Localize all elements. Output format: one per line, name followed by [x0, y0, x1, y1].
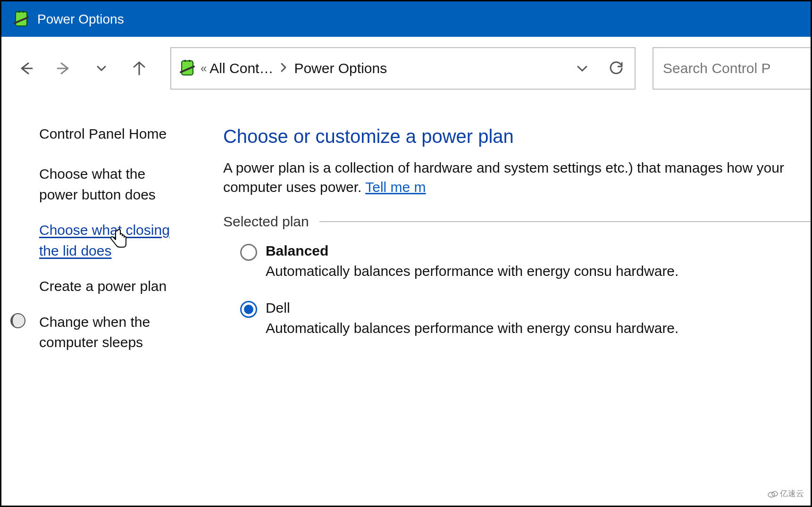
sidebar-link-power-button[interactable]: Choose what the power button does — [39, 164, 185, 205]
section-header: Selected plan — [223, 214, 811, 230]
sidebar-link-create-plan[interactable]: Create a power plan — [39, 276, 185, 297]
nav-buttons — [17, 60, 148, 77]
svg-rect-2 — [23, 11, 24, 13]
watermark: 亿速云 — [768, 488, 804, 499]
search-input[interactable] — [662, 60, 802, 77]
sidebar-item-label: Change when the computer sleeps — [39, 314, 150, 350]
svg-rect-4 — [184, 60, 186, 62]
search-bar[interactable] — [653, 47, 811, 90]
breadcrumb-parent[interactable]: All Cont… — [209, 60, 273, 76]
watermark-text: 亿速云 — [780, 488, 804, 499]
plan-dell[interactable]: Dell Automatically balances performance … — [223, 300, 811, 338]
sidebar: Control Panel Home Choose what the power… — [1, 126, 209, 368]
toolbar: « All Cont… Power Options — [1, 37, 811, 100]
plan-description: Automatically balances performance with … — [266, 262, 811, 281]
address-history-button[interactable] — [573, 62, 591, 75]
recent-locations-button[interactable] — [93, 60, 110, 77]
address-bar[interactable]: « All Cont… Power Options — [170, 47, 636, 90]
svg-rect-5 — [189, 60, 190, 62]
chevron-right-icon[interactable] — [280, 62, 287, 75]
up-button[interactable] — [131, 60, 148, 77]
window: Power Options — [0, 0, 812, 507]
refresh-button[interactable] — [607, 61, 625, 76]
radio-unselected-icon[interactable] — [240, 244, 257, 261]
svg-rect-1 — [18, 11, 20, 13]
page-heading: Choose or customize a power plan — [223, 126, 811, 147]
page-description: A power plan is a collection of hardware… — [223, 158, 811, 197]
forward-button[interactable] — [55, 60, 72, 77]
tell-me-more-link[interactable]: Tell me m — [365, 179, 426, 195]
sidebar-link-computer-sleeps[interactable]: Change when the computer sleeps — [39, 312, 185, 353]
breadcrumb-current[interactable]: Power Options — [294, 60, 387, 76]
radio-selected-icon[interactable] — [240, 301, 257, 318]
titlebar: Power Options — [1, 1, 811, 37]
svg-point-7 — [768, 492, 775, 497]
power-options-icon — [13, 11, 30, 28]
description-text: A power plan is a collection of hardware… — [223, 160, 784, 195]
breadcrumb-overflow-icon[interactable]: « — [201, 62, 207, 75]
control-panel-home-link[interactable]: Control Panel Home — [39, 126, 185, 142]
section-label: Selected plan — [223, 214, 309, 230]
main: Choose or customize a power plan A power… — [209, 126, 811, 368]
back-button[interactable] — [17, 60, 34, 77]
power-options-icon — [179, 60, 196, 77]
plan-name: Balanced — [266, 243, 811, 259]
plan-name: Dell — [266, 300, 811, 316]
plan-description: Automatically balances performance with … — [266, 319, 811, 338]
plan-balanced[interactable]: Balanced Automatically balances performa… — [223, 243, 811, 281]
window-title: Power Options — [37, 12, 124, 27]
hand-cursor-icon — [109, 227, 129, 253]
moon-icon — [10, 313, 26, 334]
section-divider — [319, 221, 811, 222]
